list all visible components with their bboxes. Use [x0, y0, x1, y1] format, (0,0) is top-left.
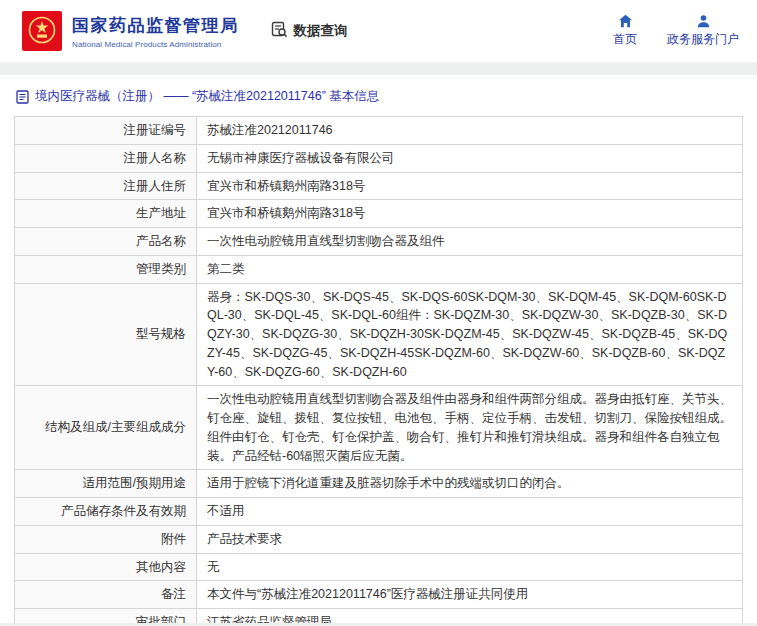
table-row: 注册证编号苏械注准20212011746 — [15, 117, 743, 145]
user-icon — [696, 14, 711, 28]
info-table-body: 注册证编号苏械注准20212011746注册人名称无锡市神康医疗器械设备有限公司… — [15, 117, 743, 624]
table-row: 其他内容无 — [15, 553, 743, 581]
row-label: 注册人名称 — [15, 144, 197, 172]
row-label: 审批部门 — [15, 609, 197, 624]
data-query-icon — [271, 21, 288, 41]
agency-name: 国家药品监督管理局 — [72, 14, 239, 37]
data-query-label: 数据查询 — [294, 22, 348, 40]
row-value: 产品技术要求 — [197, 525, 743, 553]
row-value: 无 — [197, 553, 743, 581]
row-value: 适用于腔镜下消化道重建及脏器切除手术中的残端或切口的闭合。 — [197, 470, 743, 498]
table-row: 附件产品技术要求 — [15, 525, 743, 553]
brand-text: 国家药品监督管理局 National Medical Products Admi… — [72, 14, 239, 49]
content: 境内医疗器械（注册） —— “苏械注准20212011746” 基本信息 注册证… — [0, 75, 757, 623]
national-emblem-icon — [22, 11, 62, 51]
table-row: 生产地址宜兴市和桥镇鹅州南路318号 — [15, 200, 743, 228]
row-value: 江苏省药品监督管理局 — [197, 609, 743, 624]
row-label: 型号规格 — [15, 283, 197, 386]
row-label: 产品名称 — [15, 228, 197, 256]
home-icon — [618, 14, 633, 28]
header-nav: 首页 政务服务门户 — [613, 14, 739, 48]
nav-portal[interactable]: 政务服务门户 — [667, 14, 739, 48]
row-label: 管理类别 — [15, 255, 197, 283]
table-row: 备注本文件与“苏械注准20212011746”医疗器械注册证共同使用 — [15, 581, 743, 609]
row-value: 不适用 — [197, 498, 743, 526]
document-icon — [16, 90, 29, 104]
agency-logo-link[interactable]: 国家药品监督管理局 National Medical Products Admi… — [22, 11, 239, 51]
table-row: 注册人名称无锡市神康医疗器械设备有限公司 — [15, 144, 743, 172]
row-value: 宜兴市和桥镇鹅州南路318号 — [197, 172, 743, 200]
row-label: 生产地址 — [15, 200, 197, 228]
row-label: 结构及组成/主要组成成分 — [15, 386, 197, 470]
row-value: 本文件与“苏械注准20212011746”医疗器械注册证共同使用 — [197, 581, 743, 609]
data-query[interactable]: 数据查询 — [271, 21, 348, 41]
site-header: 国家药品监督管理局 National Medical Products Admi… — [0, 0, 757, 62]
info-table: 注册证编号苏械注准20212011746注册人名称无锡市神康医疗器械设备有限公司… — [14, 116, 743, 623]
table-row: 结构及组成/主要组成成分一次性电动腔镜用直线型切割吻合器及组件由器身和组件两部分… — [15, 386, 743, 470]
breadcrumb-text: 境内医疗器械（注册） —— “苏械注准20212011746” 基本信息 — [35, 88, 379, 105]
row-value: 一次性电动腔镜用直线型切割吻合器及组件 — [197, 228, 743, 256]
nav-home[interactable]: 首页 — [613, 14, 637, 48]
row-label: 其他内容 — [15, 553, 197, 581]
row-label: 附件 — [15, 525, 197, 553]
table-row: 适用范围/预期用途适用于腔镜下消化道重建及脏器切除手术中的残端或切口的闭合。 — [15, 470, 743, 498]
row-label: 注册证编号 — [15, 117, 197, 145]
nav-home-label: 首页 — [613, 31, 637, 48]
table-row: 型号规格器身：SK-DQS-30、SK-DQS-45、SK-DQS-60SK-D… — [15, 283, 743, 386]
row-value: 器身：SK-DQS-30、SK-DQS-45、SK-DQS-60SK-DQM-3… — [197, 283, 743, 386]
table-row: 审批部门江苏省药品监督管理局 — [15, 609, 743, 624]
row-label: 备注 — [15, 581, 197, 609]
row-label: 产品储存条件及有效期 — [15, 498, 197, 526]
row-label: 注册人住所 — [15, 172, 197, 200]
row-value: 无锡市神康医疗器械设备有限公司 — [197, 144, 743, 172]
row-label: 适用范围/预期用途 — [15, 470, 197, 498]
table-row: 注册人住所宜兴市和桥镇鹅州南路318号 — [15, 172, 743, 200]
row-value: 第二类 — [197, 255, 743, 283]
table-row: 产品名称一次性电动腔镜用直线型切割吻合器及组件 — [15, 228, 743, 256]
table-row: 管理类别第二类 — [15, 255, 743, 283]
row-value: 苏械注准20212011746 — [197, 117, 743, 145]
breadcrumb: 境内医疗器械（注册） —— “苏械注准20212011746” 基本信息 — [14, 83, 743, 116]
row-value: 一次性电动腔镜用直线型切割吻合器及组件由器身和组件两部分组成。器身由抵钉座、关节… — [197, 386, 743, 470]
nav-portal-label: 政务服务门户 — [667, 31, 739, 48]
agency-name-en: National Medical Products Administration — [72, 40, 239, 49]
row-value: 宜兴市和桥镇鹅州南路318号 — [197, 200, 743, 228]
table-row: 产品储存条件及有效期不适用 — [15, 498, 743, 526]
